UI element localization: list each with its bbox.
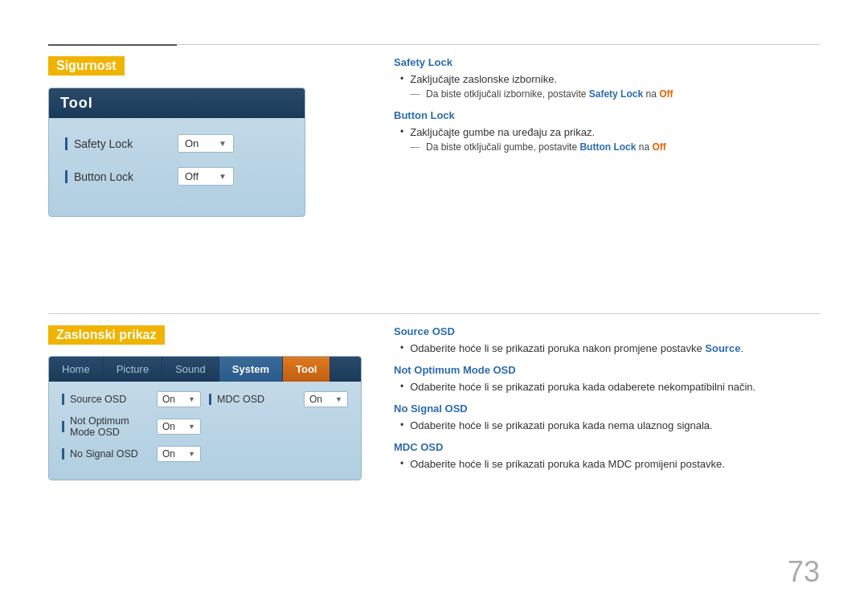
select-arrow: ▼ (335, 395, 342, 403)
safety-lock-bullet-text: Zaključajte zaslonske izbornike. (410, 73, 557, 85)
osd-columns: Source OSD On ▼ Not Optimum Mode OSD (62, 391, 348, 470)
osd-right-col: MDC OSD On ▼ (209, 391, 348, 470)
not-optimum-heading: Not Optimum Mode OSD (394, 364, 828, 376)
bullet-dot: • (400, 342, 403, 353)
button-lock-value: Off (185, 170, 214, 182)
page-container: Sigurnost Tool Safety Lock On ▼ (0, 0, 868, 613)
label-bar (65, 137, 68, 150)
sigurnost-title: Sigurnost (48, 56, 125, 76)
safety-lock-label: Safety Lock (65, 137, 178, 150)
not-optimum-label: Not Optimum Mode OSD (62, 415, 150, 438)
page-number: 73 (788, 555, 820, 589)
sigurnost-description: Safety Lock • Zaključajte zaslonske izbo… (394, 56, 828, 156)
button-lock-highlight: Button Lock (579, 141, 636, 153)
bullet-dot: • (400, 126, 403, 137)
safety-lock-select[interactable]: On ▼ (178, 134, 234, 153)
sub-dash: — (410, 88, 420, 100)
tab-picture[interactable]: Picture (104, 357, 162, 382)
safety-lock-bullet: • Zaključajte zaslonske izbornike. (400, 73, 828, 85)
label-bar (65, 170, 68, 183)
not-optimum-text: Odaberite hoće li se prikazati poruka ka… (410, 381, 755, 393)
mdc-osd-select[interactable]: On ▼ (304, 391, 348, 407)
section-zaslonski: Zaslonski prikaz Home Picture Sound Syst… (48, 325, 394, 480)
osd-row-no-signal: No Signal OSD On ▼ (62, 446, 201, 462)
safety-lock-arrow: ▼ (219, 139, 227, 148)
button-lock-bullet: • Zaključajte gumbe na uređaju za prikaz… (400, 126, 828, 138)
osd-row-not-optimum: Not Optimum Mode OSD On ▼ (62, 415, 201, 438)
button-lock-sub-text: Da biste otključali gumbe, postavite But… (426, 141, 666, 153)
section-sigurnost: Sigurnost Tool Safety Lock On ▼ (48, 56, 386, 217)
button-lock-sub: — Da biste otključali gumbe, postavite B… (410, 141, 828, 153)
mdc-osd-heading: MDC OSD (394, 441, 828, 453)
safety-lock-highlight: Safety Lock (589, 88, 643, 100)
select-arrow: ▼ (188, 423, 195, 431)
bullet-dot: • (400, 458, 403, 469)
safety-lock-sub: — Da biste otključali izbornike, postavi… (410, 88, 828, 100)
osd-row-source: Source OSD On ▼ (62, 391, 201, 407)
select-arrow: ▼ (188, 395, 195, 403)
button-lock-arrow: ▼ (219, 172, 227, 181)
label-bar (62, 421, 64, 432)
tab-system[interactable]: System (219, 357, 283, 382)
button-lock-heading: Button Lock (394, 109, 828, 121)
no-signal-select[interactable]: On ▼ (157, 446, 201, 462)
button-lock-text: Button Lock (74, 170, 133, 183)
safety-lock-heading: Safety Lock (394, 56, 828, 68)
osd-left-col: Source OSD On ▼ Not Optimum Mode OSD (62, 391, 201, 470)
source-osd-select[interactable]: On ▼ (157, 391, 201, 407)
source-osd-text: Odaberite hoće li se prikazati poruka na… (410, 342, 743, 354)
tool-row-button-lock: Button Lock Off ▼ (65, 167, 289, 186)
middle-divider (48, 313, 820, 314)
no-signal-label: No Signal OSD (62, 448, 150, 460)
osd-tabs: Home Picture Sound System Tool (49, 357, 361, 382)
label-bar (62, 394, 64, 405)
mdc-osd-text: Odaberite hoće li se prikazati poruka ka… (410, 458, 725, 470)
tab-home[interactable]: Home (49, 357, 104, 382)
no-signal-bullet: • Odaberite hoće li se prikazati poruka … (400, 419, 828, 431)
bullet-dot: • (400, 73, 403, 84)
no-signal-heading: No Signal OSD (394, 403, 828, 415)
bullet-dot: • (400, 419, 403, 431)
source-osd-bullet: • Odaberite hoće li se prikazati poruka … (400, 342, 828, 354)
safety-lock-text: Safety Lock (74, 137, 133, 150)
button-lock-label: Button Lock (65, 170, 178, 183)
safety-lock-sub-text: Da biste otključali izbornike, postavite… (426, 88, 673, 100)
button-lock-off: Off (652, 141, 665, 153)
tool-panel-header: Tool (49, 88, 305, 118)
source-osd-label: Source OSD (62, 394, 150, 405)
osd-panel: Home Picture Sound System Tool (48, 356, 362, 480)
bullet-dot: • (400, 381, 403, 392)
mdc-osd-label: MDC OSD (209, 394, 297, 405)
tool-panel-body: Safety Lock On ▼ Button Lock Off ▼ (49, 118, 305, 216)
not-optimum-bullet: • Odaberite hoće li se prikazati poruka … (400, 381, 828, 393)
sub-dash: — (410, 141, 420, 153)
label-bar (62, 448, 64, 460)
mdc-osd-bullet: • Odaberite hoće li se prikazati poruka … (400, 458, 828, 470)
osd-row-mdc: MDC OSD On ▼ (209, 391, 348, 407)
tool-panel: Tool Safety Lock On ▼ Button Lock (48, 88, 305, 217)
select-arrow: ▼ (188, 450, 195, 458)
safety-lock-value: On (185, 137, 214, 149)
zaslonski-description: Source OSD • Odaberite hoće li se prikaz… (394, 325, 828, 473)
not-optimum-select[interactable]: On ▼ (157, 419, 201, 435)
top-line-accent (48, 44, 177, 46)
button-lock-select[interactable]: Off ▼ (178, 167, 234, 186)
zaslonski-title: Zaslonski prikaz (48, 325, 165, 345)
tool-row-safety-lock: Safety Lock On ▼ (65, 134, 289, 153)
tab-sound[interactable]: Sound (162, 357, 219, 382)
no-signal-text: Odaberite hoće li se prikazati poruka ka… (410, 419, 713, 431)
safety-lock-off: Off (659, 88, 673, 100)
button-lock-bullet-text: Zaključajte gumbe na uređaju za prikaz. (410, 126, 595, 138)
source-osd-heading: Source OSD (394, 325, 828, 337)
osd-body: Source OSD On ▼ Not Optimum Mode OSD (49, 382, 361, 480)
label-bar (209, 394, 211, 405)
source-highlight: Source (705, 342, 740, 354)
tab-tool[interactable]: Tool (283, 357, 330, 382)
